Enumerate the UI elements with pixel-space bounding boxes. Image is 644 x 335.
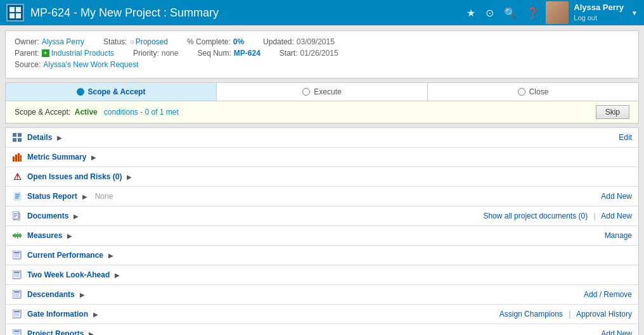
updated-group: Updated: 03/09/2015 [263, 37, 335, 46]
report-icon [12, 329, 22, 335]
status-value[interactable]: Proposed [136, 37, 168, 46]
pct-complete-label: % Complete: [187, 37, 231, 46]
measure-icon [12, 231, 22, 241]
svg-rect-10 [18, 153, 20, 161]
tab-close[interactable]: Close [428, 83, 638, 101]
status-report-add[interactable]: Add New [601, 192, 632, 201]
priority-group: Priority: none [133, 49, 178, 58]
descendants-label: Descendants [27, 290, 75, 299]
parent-value[interactable]: Industrial Products [51, 49, 114, 58]
status-prefix: Scope & Accept: [15, 108, 70, 117]
project-info-card: Owner: Alyssa Perry Status: ○ Proposed %… [5, 30, 639, 79]
svg-rect-7 [18, 138, 22, 142]
descendants-add-remove[interactable]: Add / Remove [584, 290, 632, 299]
doc-icon [12, 191, 22, 201]
project-reports-add[interactable]: Add New [601, 329, 632, 335]
section-status-report[interactable]: Status Report ▶ None Add New [6, 187, 638, 206]
status-active: Active [75, 108, 98, 117]
gate-icon [12, 309, 22, 319]
execute-radio [302, 88, 310, 96]
svg-rect-2 [10, 13, 15, 18]
source-label: Source: [15, 60, 41, 69]
section-open-issues[interactable]: ⚠ Open Issues and Risks (0) ▶ [6, 167, 638, 187]
updated-value: 03/09/2015 [297, 37, 335, 46]
svg-rect-24 [20, 233, 21, 238]
section-current-performance[interactable]: Current Performance ▶ [6, 246, 638, 265]
documents-show-all[interactable]: Show all project documents (0) [483, 212, 588, 220]
source-value[interactable]: Alyssa's New Work Request [43, 60, 138, 69]
metric-arrow: ▶ [91, 154, 96, 161]
start-group: Start: 01/26/2015 [280, 49, 338, 58]
skip-button[interactable]: Skip [596, 105, 629, 119]
perf-icon [12, 250, 22, 260]
status-conditions[interactable]: conditions - 0 of 1 met [104, 108, 179, 117]
tab-execute[interactable]: Execute [217, 83, 428, 101]
gate-assign-champions[interactable]: Assign Champions [499, 310, 563, 319]
svg-rect-8 [13, 156, 15, 161]
grid-icon [12, 132, 22, 142]
section-project-reports[interactable]: Project Reports ▶ Add New [6, 324, 638, 335]
chevron-down-icon[interactable]: ▼ [631, 9, 638, 16]
perf-arrow: ▶ [108, 252, 113, 259]
section-descendants[interactable]: Descendants ▶ Add / Remove [6, 285, 638, 305]
svg-rect-22 [15, 233, 16, 238]
owner-value[interactable]: Alyssa Perry [42, 37, 84, 46]
svg-rect-14 [15, 196, 20, 197]
pct-complete-value: 0% [233, 37, 244, 46]
seq-num-value: MP-624 [234, 49, 261, 58]
star-icon[interactable]: ★ [467, 7, 475, 19]
open-issues-label: Open Issues and Risks (0) [27, 172, 122, 181]
scope-radio [77, 88, 84, 96]
svg-rect-3 [16, 13, 21, 18]
user-menu[interactable]: Alyssa Perry Log out ▼ [546, 1, 638, 24]
svg-rect-1 [16, 7, 21, 12]
source-group: Source: Alyssa's New Work Request [15, 60, 138, 69]
svg-rect-36 [14, 311, 20, 312]
owner-label: Owner: [15, 37, 39, 46]
documents-add[interactable]: Add New [601, 212, 632, 220]
phase-tabs: Scope & Accept Execute Close [5, 82, 639, 101]
warning-icon: ⚠ [12, 172, 22, 182]
section-gate-info[interactable]: Gate Information ▶ Assign Champions | Ap… [6, 305, 638, 324]
location-icon[interactable]: ⊙ [486, 7, 494, 19]
two-week-label: Two Week Look-Ahead [27, 270, 110, 279]
help-icon[interactable]: ❓ [527, 7, 539, 19]
main-content: Owner: Alyssa Perry Status: ○ Proposed %… [0, 25, 644, 335]
section-metric-summary[interactable]: Metric Summary ▶ [6, 148, 638, 167]
parent-label: Parent: [15, 49, 39, 58]
navbar: MP-624 - My New Project : Summary ★ ⊙ 🔍 … [0, 0, 644, 25]
measures-manage[interactable]: Manage [605, 231, 632, 240]
logout-link[interactable]: Log out [574, 13, 624, 22]
status-label: Status: [103, 37, 127, 46]
issues-arrow: ▶ [127, 174, 132, 180]
measures-label: Measures [27, 231, 62, 240]
documents-arrow: ▶ [74, 213, 79, 220]
svg-rect-6 [13, 138, 16, 142]
section-measures[interactable]: Measures ▶ Manage [6, 226, 638, 246]
chart-icon [12, 152, 22, 162]
avatar [546, 1, 569, 24]
priority-value: none [162, 49, 179, 58]
navbar-icons: ★ ⊙ 🔍 ❓ [467, 7, 539, 19]
svg-rect-15 [15, 198, 18, 199]
metric-summary-label: Metric Summary [27, 153, 86, 161]
svg-rect-5 [18, 133, 22, 137]
gate-info-arrow: ▶ [93, 311, 98, 318]
svg-rect-27 [14, 252, 20, 253]
measures-arrow: ▶ [67, 232, 72, 239]
section-two-week[interactable]: Two Week Look-Ahead ▶ [6, 265, 638, 285]
search-icon[interactable]: 🔍 [504, 7, 517, 19]
details-edit[interactable]: Edit [619, 133, 632, 142]
tab-scope-accept[interactable]: Scope & Accept [6, 83, 217, 101]
section-details[interactable]: Details ▶ Edit [6, 128, 638, 148]
svg-rect-23 [17, 232, 18, 239]
two-week-arrow: ▶ [115, 272, 120, 279]
app-logo [6, 4, 24, 22]
current-performance-label: Current Performance [27, 251, 103, 260]
pct-complete-group: % Complete: 0% [187, 37, 244, 46]
status-report-arrow: ▶ [82, 193, 87, 200]
section-documents[interactable]: Documents ▶ Show all project documents (… [6, 206, 638, 226]
gate-approval-history[interactable]: Approval History [576, 310, 632, 319]
svg-rect-11 [20, 155, 22, 161]
status-report-none: None [95, 192, 113, 201]
